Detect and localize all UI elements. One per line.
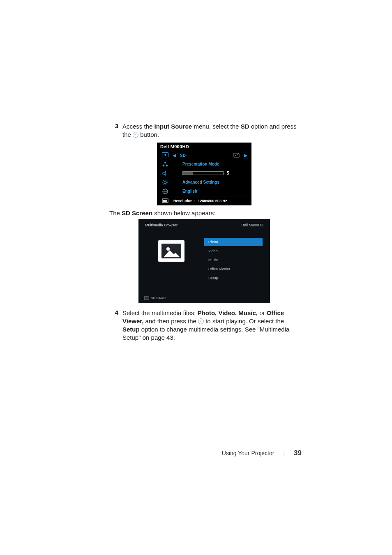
mmb-item-photo: Photo [204, 238, 263, 246]
bold: Input Source [154, 123, 192, 130]
volume-icon [159, 170, 171, 176]
osd-language-label: English [171, 189, 249, 193]
osd-row-input-source: ◀ SD ▶ [157, 151, 251, 160]
mmb-item-music: Music [204, 256, 263, 264]
svg-point-2 [164, 162, 166, 164]
svg-rect-18 [163, 200, 167, 202]
page-footer: Using Your Projector | 39 [222, 449, 302, 457]
slider-value: 5 [227, 171, 233, 175]
text: button. [138, 131, 159, 138]
text: to start playing. Or select the [204, 318, 284, 325]
volume-slider: 5 [182, 171, 249, 175]
sd-card-small-icon [144, 296, 149, 300]
osd-status: Resolution : 1280x800 60.0Hz [171, 199, 249, 203]
mmb-header: Multimedia Browser Dell M900HD [138, 219, 270, 233]
text: Access the [122, 123, 154, 130]
globe-icon [159, 188, 171, 195]
svg-point-1 [235, 155, 236, 156]
osd-menu-screenshot: Dell M900HD ◀ SD ▶ [157, 143, 251, 205]
status-label: Resolution : [173, 199, 195, 203]
check-icon [198, 318, 204, 324]
input-source-icon [159, 152, 171, 158]
svg-line-11 [167, 184, 168, 184]
footer-separator: | [283, 450, 285, 456]
bold: SD [241, 123, 249, 130]
settings-icon [159, 179, 171, 186]
text: menu, select the [192, 123, 240, 130]
mmb-title-left: Multimedia Browser [145, 223, 178, 227]
mmb-item-office-viewer: Office Viewer [204, 265, 263, 273]
svg-point-5 [164, 181, 166, 184]
osd-row-volume: 5 [157, 169, 251, 178]
osd-input-source-label: SD [178, 153, 231, 158]
osd-row-presentation-mode: Presentation Mode [157, 160, 251, 169]
page-number: 39 [294, 449, 302, 457]
osd-row-language: English [157, 187, 251, 196]
presentation-mode-icon [159, 161, 171, 167]
slider-fill [183, 172, 193, 175]
monitor-icon [159, 198, 171, 203]
step-text: Select the multimedia files: Photo, Vide… [118, 309, 299, 342]
check-icon [133, 132, 138, 138]
svg-line-10 [163, 180, 164, 181]
svg-point-19 [166, 247, 170, 251]
sd-screen-caption: The SD Screen shown below appears: [109, 210, 299, 216]
osd-status-row: Resolution : 1280x800 60.0Hz [157, 196, 251, 205]
svg-line-13 [163, 184, 164, 184]
text: The [109, 210, 122, 216]
mmb-menu: Photo Video Music Office Viewer Setup [204, 238, 270, 283]
arrow-left-icon: ◀ [171, 153, 178, 158]
arrow-right-icon: ▶ [242, 153, 249, 158]
osd-title: Dell M900HD [157, 143, 251, 151]
status-value: 1280x800 60.0Hz [198, 199, 227, 203]
svg-line-12 [167, 180, 168, 181]
multimedia-browser-screenshot: Multimedia Browser Dell M900HD Photo Vid… [138, 219, 270, 303]
text: Select the multimedia files: [122, 309, 198, 316]
mmb-footer: SD CARD [138, 294, 270, 303]
text: and then press the [143, 318, 198, 325]
mmb-footer-text: SD CARD [151, 296, 166, 300]
sd-card-icon [231, 153, 242, 158]
mmb-title-right: Dell M900HD [241, 223, 263, 227]
photo-thumbnail-icon [158, 240, 184, 262]
step-4: 4 Select the multimedia files: Photo, Vi… [109, 309, 299, 342]
svg-point-4 [166, 164, 168, 166]
footer-section: Using Your Projector [222, 450, 274, 456]
text: or [258, 309, 267, 316]
text: shown below appears: [152, 210, 215, 216]
bold: Photo, Video, Music, [198, 309, 258, 316]
step-number: 4 [109, 309, 118, 316]
text: option to change multimedia settings. Se… [122, 326, 289, 341]
osd-row-advanced: Advanced Settings [157, 178, 251, 187]
bold: Setup [122, 326, 140, 333]
mmb-item-video: Video [204, 247, 263, 255]
step-3: 3 Access the Input Source menu, select t… [109, 122, 299, 139]
osd-advanced-label: Advanced Settings [171, 180, 249, 184]
step-text: Access the Input Source menu, select the… [118, 122, 299, 139]
mmb-thumbnail-area [138, 238, 204, 283]
step-number: 3 [109, 122, 118, 129]
osd-presentation-label: Presentation Mode [171, 162, 249, 166]
mmb-item-setup: Setup [204, 274, 263, 282]
svg-point-3 [163, 164, 165, 166]
slider-track [182, 171, 224, 175]
bold: SD Screen [122, 210, 152, 216]
